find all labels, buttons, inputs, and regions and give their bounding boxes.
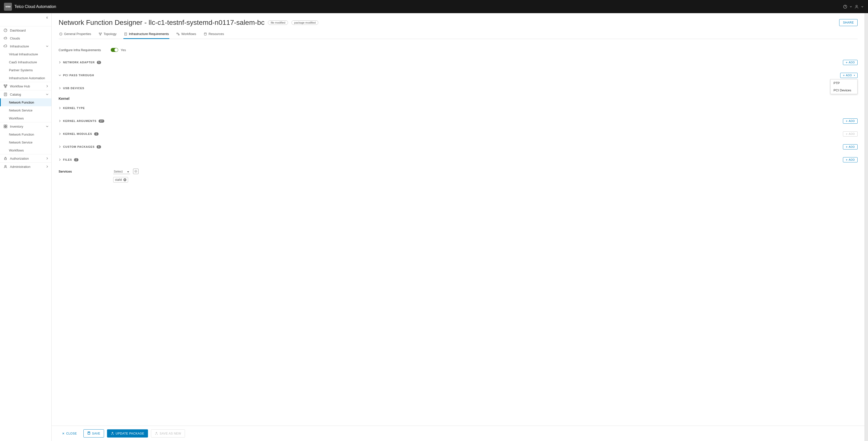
tab-label: General Properties (64, 32, 91, 36)
status-badge-package-modified: package modified (291, 20, 318, 25)
main-content: Network Function Designer - llc-c1-testn… (52, 13, 865, 441)
help-icon[interactable] (841, 3, 849, 11)
services-add-button[interactable] (133, 168, 138, 174)
group-icon (3, 84, 7, 88)
dropdown-item-pci-devices[interactable]: PCI Devices (831, 87, 857, 94)
expand-icon[interactable] (59, 106, 61, 110)
group-icon (3, 156, 7, 160)
sidebar-group-infrastructure[interactable]: Infrastructure (0, 42, 52, 50)
svg-point-17 (100, 34, 101, 35)
section-pci_pass_through: PCI PASS THROUGH+ADD▾PTPPCI Devices (59, 69, 858, 82)
save-icon (87, 431, 91, 436)
add-button-label: ADD (849, 61, 855, 64)
update-package-button[interactable]: UPDATE PACKAGE (107, 429, 148, 438)
dropdown-item-ptp[interactable]: PTP (831, 80, 857, 87)
add-button-pci_pass_through[interactable]: +ADD▾ (840, 73, 858, 78)
svg-rect-12 (4, 158, 6, 160)
section-title: USB DEVICES (63, 87, 85, 90)
svg-point-13 (5, 165, 6, 167)
svg-point-1 (845, 7, 845, 8)
sidebar-group-inventory[interactable]: Inventory (0, 122, 52, 130)
sidebar-item-network-function[interactable]: Network Function (0, 98, 52, 106)
sidebar-group-label: Infrastructure (10, 44, 29, 48)
close-button[interactable]: ✕ CLOSE (59, 429, 81, 438)
expand-icon[interactable] (59, 132, 61, 136)
scrollbar[interactable] (865, 13, 868, 441)
sidebar-item-network-service[interactable]: Network Service (0, 138, 52, 146)
tab-label: Infrastructure Requirements (129, 32, 169, 36)
sidebar-item-label: Virtual Infrastructure (9, 53, 38, 56)
sidebar-item-label: Workflows (9, 149, 24, 152)
sidebar-group-label: Authorization (10, 157, 29, 160)
sidebar-item-infrastructure-automation[interactable]: Infrastructure Automation (0, 74, 52, 82)
sidebar-item-label: Partner Systems (9, 68, 33, 72)
chevron-down-icon: ▾ (854, 74, 855, 76)
sidebar-item-virtual-infrastructure[interactable]: Virtual Infrastructure (0, 50, 52, 58)
sidebar-item-label: Network Service (9, 108, 33, 112)
page-title: Network Function Designer - llc-c1-testn… (59, 19, 265, 27)
group-icon (3, 165, 7, 168)
sidebar-collapse-icon[interactable] (45, 15, 50, 20)
sidebar-item-workflows[interactable]: Workflows (0, 114, 52, 122)
sidebar-group-workflow-hub[interactable]: Workflow Hub (0, 82, 52, 90)
add-button-network_adapter[interactable]: +ADD (843, 60, 858, 65)
save-as-new-button[interactable]: SAVE AS NEW (151, 429, 185, 438)
sidebar-group-catalog[interactable]: Catalog (0, 90, 52, 98)
user-dropdown-icon[interactable] (861, 3, 864, 11)
section-network_adapter: NETWORK ADAPTER5+ADD (59, 56, 858, 69)
expand-icon[interactable] (59, 145, 61, 149)
section-title: KERNEL MODULES (63, 132, 92, 135)
sidebar-item-label: Network Function (9, 133, 34, 136)
configure-infra-toggle[interactable] (111, 48, 118, 52)
tab-icon (204, 32, 207, 36)
sidebar-item-partner-systems[interactable]: Partner Systems (0, 66, 52, 74)
add-button-kernel_arguments[interactable]: +ADD (843, 119, 858, 124)
add-button-files[interactable]: +ADD (843, 157, 858, 162)
tabs: General PropertiesTopologyInfrastructure… (59, 30, 858, 39)
tab-infrastructure-requirements[interactable]: Infrastructure Requirements (123, 30, 169, 39)
add-button-label: ADD (849, 145, 855, 148)
add-button-custom_packages[interactable]: +ADD (843, 144, 858, 150)
expand-icon[interactable] (59, 158, 61, 162)
sidebar-item-dashboard[interactable]: Dashboard (0, 26, 52, 34)
add-button-label: ADD (849, 132, 855, 135)
sidebar-item-clouds[interactable]: Clouds (0, 34, 52, 42)
sidebar-item-network-service[interactable]: Network Service (0, 106, 52, 114)
sidebar-item-workflows[interactable]: Workflows (0, 146, 52, 154)
sidebar-item-label: Network Function (9, 101, 34, 104)
tab-topology[interactable]: Topology (98, 30, 117, 39)
expand-icon[interactable] (59, 61, 61, 64)
kernel-heading: Kernel (59, 97, 858, 101)
expand-icon[interactable] (59, 86, 61, 90)
tab-resources[interactable]: Resources (203, 30, 224, 39)
tab-general-properties[interactable]: General Properties (59, 30, 92, 39)
expand-icon[interactable] (59, 119, 61, 123)
services-select[interactable]: Select (113, 169, 130, 174)
expand-icon[interactable] (59, 73, 61, 77)
sidebar-group-administration[interactable]: Administration (0, 163, 52, 170)
sidebar-item-caas-infrastructure[interactable]: CaaS Infrastructure (0, 58, 52, 66)
svg-rect-19 (177, 33, 178, 34)
tab-label: Workflows (181, 32, 196, 36)
svg-point-2 (856, 5, 857, 7)
user-icon[interactable] (852, 3, 861, 11)
status-badge-file-modified: file modified (268, 20, 288, 25)
share-button[interactable]: SHARE (839, 19, 858, 26)
sidebar-item-network-function[interactable]: Network Function (0, 130, 52, 138)
group-icon (3, 92, 7, 96)
section-title: KERNEL ARGUMENTS (63, 120, 97, 122)
count-badge: 2 (74, 158, 79, 161)
help-dropdown-icon[interactable] (849, 3, 852, 11)
count-badge: 27 (99, 120, 104, 123)
chevron-icon (46, 93, 49, 96)
save-as-new-button-label: SAVE AS NEW (160, 432, 181, 435)
tab-workflows[interactable]: Workflows (176, 30, 197, 39)
dashboard-icon (3, 28, 7, 32)
sidebar-group-authorization[interactable]: Authorization (0, 154, 52, 162)
tab-label: Resources (209, 32, 224, 36)
svg-rect-5 (6, 85, 7, 86)
chip-label: stalld (115, 178, 122, 182)
svg-rect-18 (125, 33, 127, 35)
chip-remove-icon[interactable]: ✕ (123, 178, 126, 181)
save-button[interactable]: SAVE (84, 429, 104, 438)
